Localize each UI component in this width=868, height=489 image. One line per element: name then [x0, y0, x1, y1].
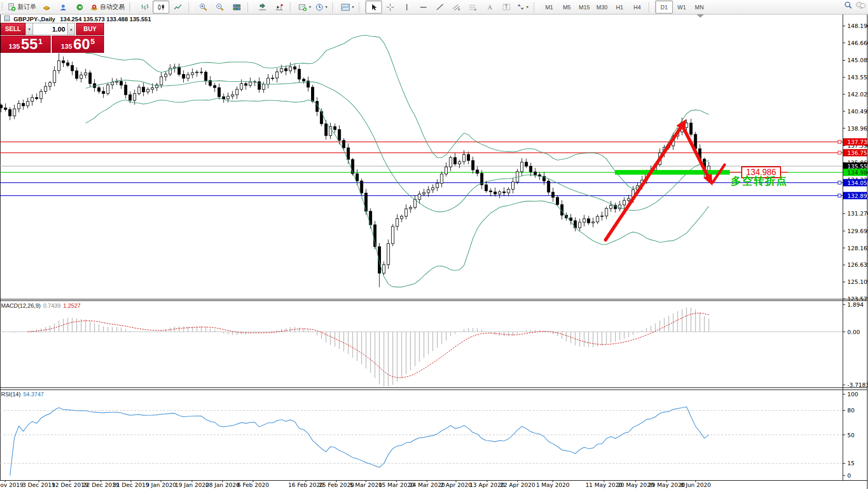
candlestick-chart-button[interactable] — [153, 1, 169, 13]
timeframe-button-m30[interactable]: M30 — [593, 1, 611, 13]
timeframe-button-m5[interactable]: M5 — [558, 1, 576, 13]
svg-text:137.733: 137.733 — [847, 139, 868, 146]
timeframe-button-w1[interactable]: W1 — [673, 1, 690, 13]
sell-price-button[interactable]: 135 55 1 — [1, 36, 51, 53]
svg-text:134.055: 134.055 — [847, 180, 868, 186]
volume-input[interactable] — [33, 23, 67, 35]
tile-windows-button[interactable] — [228, 1, 245, 13]
toolbar-separator — [534, 2, 538, 12]
svg-text:1.894: 1.894 — [847, 301, 864, 308]
signals-button[interactable] — [71, 1, 88, 13]
timeframe-group-2: D1W1MN — [654, 1, 710, 13]
volume-decrease-button[interactable]: ▼ — [25, 23, 33, 35]
date-label: 5 Mar 2020 — [350, 482, 382, 488]
object-handle — [838, 151, 841, 154]
svg-text:131.270: 131.270 — [847, 210, 868, 217]
candlestick-icon — [157, 4, 165, 11]
date-axis[interactable]: 22 Nov 20193 Dec 201912 Dec 201922 Dec 2… — [0, 480, 711, 488]
periods-button[interactable]: ▾ — [313, 1, 330, 13]
timeframe-button-m15[interactable]: M15 — [576, 1, 593, 13]
toolbar-grip[interactable] — [1, 3, 3, 12]
line-chart-icon — [174, 4, 182, 11]
text-label-button[interactable]: T — [498, 1, 514, 13]
zoom-in-button[interactable] — [195, 1, 212, 13]
turning-point-note[interactable]: 多空转折点 — [731, 175, 788, 186]
toolbar-group-zoom — [194, 1, 246, 13]
bar-chart-button[interactable] — [136, 1, 153, 13]
buy-button[interactable]: BUY — [76, 23, 104, 35]
add-indicator-button[interactable]: ▾ — [297, 1, 313, 13]
community-button[interactable] — [55, 1, 71, 13]
zoom-out-button[interactable] — [212, 1, 228, 13]
svg-text:15: 15 — [847, 460, 855, 467]
date-label: 22 Apr 2020 — [500, 482, 535, 488]
timeframe-group: M1M5M15M30H1H4 — [539, 1, 648, 13]
auto-scroll-button[interactable] — [254, 1, 271, 13]
volume-increase-button[interactable]: ▲ — [67, 23, 75, 35]
crosshair-icon — [387, 4, 394, 11]
sell-button[interactable]: SELL — [1, 23, 25, 35]
fibonacci-button[interactable]: F — [465, 1, 481, 13]
support-bar[interactable] — [615, 170, 730, 175]
person-cloud-icon — [59, 4, 67, 11]
vertical-line-button[interactable] — [399, 1, 415, 13]
auto-trading-label: 自动交易 — [100, 3, 125, 11]
new-order-button[interactable]: 新订单 — [6, 1, 38, 13]
line-chart-button[interactable] — [169, 1, 186, 13]
equidistant-channel-button[interactable]: E — [448, 1, 465, 13]
svg-text:A: A — [488, 4, 492, 10]
market-depth-button[interactable] — [38, 1, 55, 13]
svg-text:148.190: 148.190 — [847, 23, 868, 30]
object-handle — [838, 181, 841, 184]
chart-symbol-period: GBPJPY-,Daily — [13, 16, 55, 22]
rsi-value: 54.3747 — [23, 391, 44, 397]
buy-price-sup: 5 — [91, 37, 95, 46]
chart-shift-icon — [275, 4, 283, 11]
auto-scroll-icon — [259, 4, 267, 11]
gold-box-icon — [42, 4, 51, 11]
chat-icon[interactable] — [856, 2, 866, 9]
text-button[interactable]: A — [481, 1, 498, 13]
svg-text:136.756: 136.756 — [847, 150, 868, 156]
vertical-line-icon — [404, 4, 409, 11]
timeframe-button-m1[interactable]: M1 — [540, 1, 558, 13]
horizontal-line-button[interactable] — [415, 1, 432, 13]
toolbar-separator — [359, 2, 363, 12]
toolbar-separator — [649, 2, 653, 12]
svg-text:135.551: 135.551 — [847, 163, 868, 170]
macd-name: MACD(12,26,9) — [1, 303, 40, 309]
svg-text:100: 100 — [847, 391, 858, 398]
date-label: 2 Apr 2020 — [440, 482, 472, 488]
toolbar-separator — [332, 2, 336, 12]
toolbar-separator — [247, 2, 252, 12]
dropdown-caret: ▾ — [526, 5, 528, 9]
arrows-button[interactable]: ▾ — [514, 1, 531, 13]
date-label: 1 May 2020 — [536, 482, 570, 488]
timeframe-button-mn[interactable]: MN — [690, 1, 708, 13]
timeframe-button-d1[interactable]: D1 — [655, 1, 673, 13]
buy-price-button[interactable]: 135 60 5 — [52, 36, 104, 53]
template-button[interactable]: ▾ — [339, 1, 356, 13]
chart-canvas[interactable]: 134.986多空转折点148.190146.660145.085143.555… — [0, 0, 868, 489]
clock-icon — [316, 4, 323, 11]
date-label: 22 Nov 2019 — [0, 482, 23, 488]
trendline-button[interactable] — [432, 1, 448, 13]
chart-shift-button[interactable] — [271, 1, 287, 13]
toolbar-right — [844, 1, 866, 9]
new-order-icon — [8, 3, 16, 11]
date-label: 31 Dec 2019 — [113, 482, 149, 488]
timeframe-button-h4[interactable]: H4 — [628, 1, 646, 13]
svg-text:T: T — [505, 4, 508, 10]
timeframe-button-h1[interactable]: H1 — [611, 1, 628, 13]
auto-trading-button[interactable]: 自动交易 — [88, 1, 127, 13]
cursor-button[interactable] — [365, 1, 382, 13]
bar-chart-icon — [141, 4, 149, 11]
crosshair-button[interactable] — [382, 1, 399, 13]
svg-text:145.085: 145.085 — [847, 57, 868, 64]
template-icon — [341, 4, 350, 11]
sell-price-sup: 1 — [38, 37, 42, 46]
auto-trading-icon — [90, 4, 98, 11]
new-order-label: 新订单 — [18, 3, 36, 11]
search-icon[interactable] — [844, 1, 852, 9]
date-label: 6 Feb 2020 — [237, 482, 269, 488]
